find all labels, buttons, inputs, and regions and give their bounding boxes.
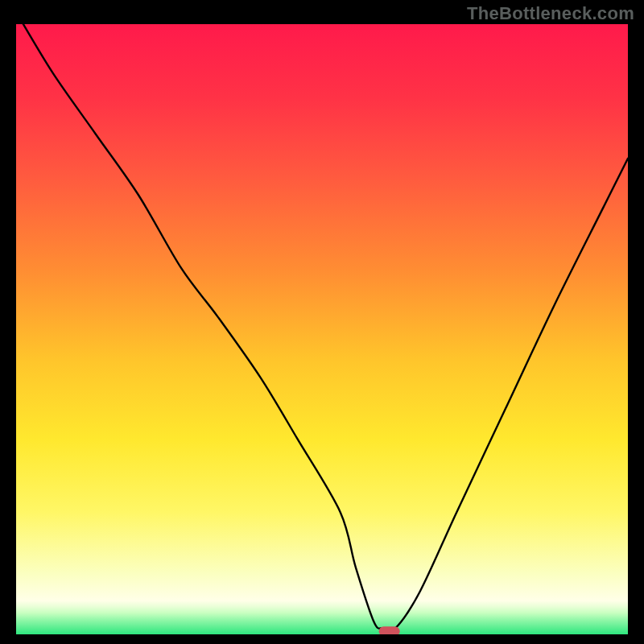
watermark-text: TheBottleneck.com bbox=[467, 3, 634, 24]
plot-svg bbox=[16, 24, 628, 634]
optimal-marker bbox=[379, 626, 400, 634]
chart-frame: TheBottleneck.com bbox=[0, 0, 644, 644]
gradient-background bbox=[16, 24, 628, 634]
plot-area bbox=[16, 24, 628, 634]
